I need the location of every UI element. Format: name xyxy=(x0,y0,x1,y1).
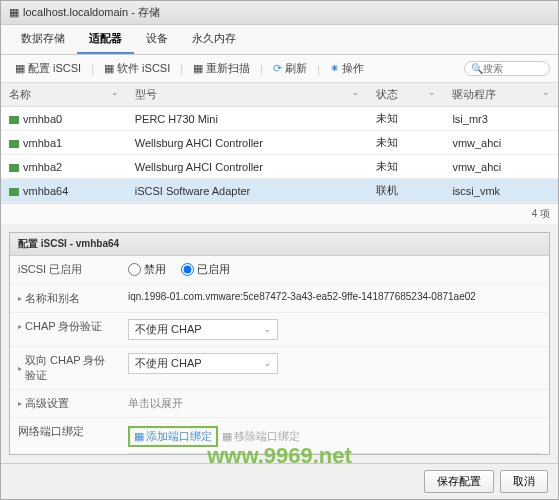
chevron-right-icon: ▸ xyxy=(18,294,22,303)
toolbar: ▦配置 iSCSI | ▦软件 iSCSI | ▦重新扫描 | ⟳刷新 | ✷操… xyxy=(1,55,558,83)
add-port-binding-button[interactable]: ▦添加端口绑定 xyxy=(128,426,218,447)
adapter-icon xyxy=(9,164,19,172)
col-portgroup[interactable]: 端口组⌄ xyxy=(291,454,416,455)
port-binding-label: 网络端口绑定 xyxy=(10,422,120,441)
refresh-icon: ⟳ xyxy=(273,62,282,75)
chap-label[interactable]: ▸CHAP 身份验证 xyxy=(10,317,120,336)
search-icon: 🔍 xyxy=(471,63,483,74)
main-tabs: 数据存储 适配器 设备 永久内存 xyxy=(1,25,558,55)
mutual-chap-select[interactable]: 不使用 CHAP⌄ xyxy=(128,353,278,374)
save-button[interactable]: 保存配置 xyxy=(424,470,494,493)
detail-panel: 配置 iSCSI - vmhba64 iSCSI 已启用 禁用 已启用 ▸名称和… xyxy=(9,232,550,455)
adapter-icon xyxy=(9,188,19,196)
iqn-value: iqn.1998-01.com.vmware:5ce87472-3a43-ea5… xyxy=(120,289,549,304)
disk-icon: ▦ xyxy=(15,62,25,75)
window-title: localhost.localdomain - 存储 xyxy=(23,5,160,20)
table-row[interactable]: vmhba1Wellsburg AHCI Controller未知vmw_ahc… xyxy=(1,131,558,155)
actions-button[interactable]: ✷操作 xyxy=(324,59,370,78)
software-iscsi-button[interactable]: ▦软件 iSCSI xyxy=(98,59,176,78)
rescan-button[interactable]: ▦重新扫描 xyxy=(187,59,256,78)
table-row[interactable]: vmhba64iSCSI Software Adapter联机iscsi_vmk xyxy=(1,179,558,203)
gear-icon: ✷ xyxy=(330,62,339,75)
tab-pmem[interactable]: 永久内存 xyxy=(180,25,248,54)
search-input[interactable] xyxy=(483,63,543,74)
table-row[interactable]: vmhba0PERC H730 Mini未知lsi_mr3 xyxy=(1,107,558,131)
chevron-right-icon: ▸ xyxy=(18,322,22,331)
col-driver[interactable]: 驱动程序⌄ xyxy=(444,83,558,107)
footer: 保存配置 取消 xyxy=(1,463,558,499)
adapter-icon xyxy=(9,116,19,124)
add-icon: ▦ xyxy=(134,430,144,443)
mutual-chap-label[interactable]: ▸双向 CHAP 身份验证 xyxy=(10,351,120,385)
cancel-button[interactable]: 取消 xyxy=(500,470,548,493)
col-model[interactable]: 型号⌄ xyxy=(127,83,368,107)
title-bar: ▦ localhost.localdomain - 存储 xyxy=(1,1,558,25)
disabled-radio[interactable]: 禁用 xyxy=(128,262,166,277)
col-name[interactable]: 名称⌄ xyxy=(1,83,127,107)
detail-title: 配置 iSCSI - vmhba64 xyxy=(10,233,549,256)
iscsi-enabled-label: iSCSI 已启用 xyxy=(10,260,120,279)
refresh-button[interactable]: ⟳刷新 xyxy=(267,59,313,78)
chevron-down-icon: ⌄ xyxy=(264,325,271,334)
configure-iscsi-button[interactable]: ▦配置 iSCSI xyxy=(9,59,87,78)
tab-adapters[interactable]: 适配器 xyxy=(77,25,134,54)
window-icon: ▦ xyxy=(9,6,19,19)
remove-port-binding-button: ▦移除端口绑定 xyxy=(222,429,300,444)
chevron-right-icon: ▸ xyxy=(18,364,22,373)
col-vmk-nic[interactable]: VMkernel 网卡⌄ xyxy=(129,454,291,455)
name-alias-label[interactable]: ▸名称和别名 xyxy=(10,289,120,308)
remove-icon: ▦ xyxy=(222,430,232,443)
adapter-icon xyxy=(9,140,19,148)
tab-datastore[interactable]: 数据存储 xyxy=(9,25,77,54)
advanced-label[interactable]: ▸高级设置 xyxy=(10,394,120,413)
rescan-icon: ▦ xyxy=(193,62,203,75)
chap-select[interactable]: 不使用 CHAP⌄ xyxy=(128,319,278,340)
disk-icon: ▦ xyxy=(104,62,114,75)
chevron-right-icon: ▸ xyxy=(18,399,22,408)
tab-devices[interactable]: 设备 xyxy=(134,25,180,54)
table-row[interactable]: vmhba2Wellsburg AHCI Controller未知vmw_ahc… xyxy=(1,155,558,179)
col-status[interactable]: 状态⌄ xyxy=(368,83,445,107)
row-count: 4 项 xyxy=(1,203,558,224)
search-box[interactable]: 🔍 xyxy=(464,61,550,76)
chevron-down-icon: ⌄ xyxy=(264,359,271,368)
adapter-table: 名称⌄ 型号⌄ 状态⌄ 驱动程序⌄ vmhba0PERC H730 Mini未知… xyxy=(1,83,558,203)
advanced-hint[interactable]: 单击以展开 xyxy=(120,394,549,413)
enabled-radio[interactable]: 已启用 xyxy=(181,262,230,277)
col-ipv4[interactable]: IPv4 地址⌄ xyxy=(415,454,540,455)
